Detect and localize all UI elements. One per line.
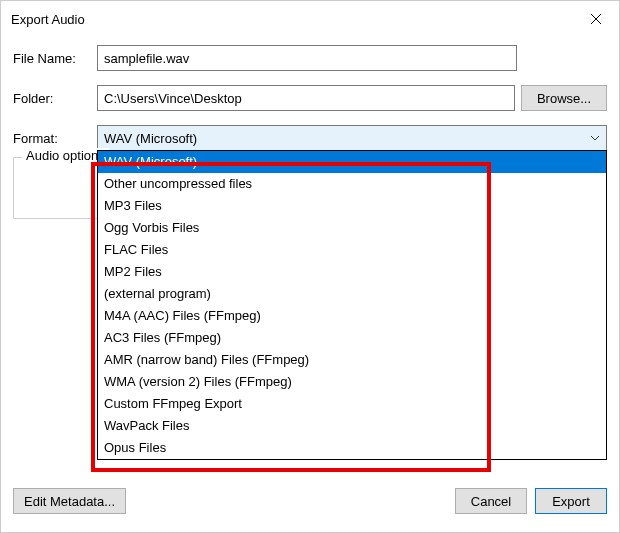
chevron-down-icon <box>590 133 600 143</box>
close-icon <box>590 13 602 25</box>
cancel-button[interactable]: Cancel <box>455 488 527 514</box>
filename-input[interactable] <box>97 45 517 71</box>
format-select-display[interactable]: WAV (Microsoft) <box>97 125 607 151</box>
format-dropdown[interactable]: WAV (Microsoft)Other uncompressed filesM… <box>97 150 607 460</box>
edit-metadata-button[interactable]: Edit Metadata... <box>13 488 126 514</box>
folder-input[interactable] <box>97 85 515 111</box>
format-option[interactable]: Other uncompressed files <box>98 173 606 195</box>
format-option[interactable]: Opus Files <box>98 437 606 459</box>
close-button[interactable] <box>573 1 619 37</box>
format-option[interactable]: (external program) <box>98 283 606 305</box>
format-selected-text: WAV (Microsoft) <box>104 131 197 146</box>
format-option[interactable]: Ogg Vorbis Files <box>98 217 606 239</box>
format-option[interactable]: MP3 Files <box>98 195 606 217</box>
format-option[interactable]: FLAC Files <box>98 239 606 261</box>
filename-label: File Name: <box>13 51 91 66</box>
format-option[interactable]: M4A (AAC) Files (FFmpeg) <box>98 305 606 327</box>
format-option[interactable]: AC3 Files (FFmpeg) <box>98 327 606 349</box>
format-label: Format: <box>13 131 91 146</box>
format-select[interactable]: WAV (Microsoft) WAV (Microsoft)Other unc… <box>97 125 607 151</box>
audio-options-legend: Audio options <box>22 148 109 163</box>
format-option[interactable]: MP2 Files <box>98 261 606 283</box>
folder-label: Folder: <box>13 91 91 106</box>
export-button[interactable]: Export <box>535 488 607 514</box>
titlebar: Export Audio <box>1 1 619 37</box>
browse-button[interactable]: Browse... <box>521 85 607 111</box>
format-option[interactable]: WAV (Microsoft) <box>98 151 606 173</box>
format-option[interactable]: Custom FFmpeg Export <box>98 393 606 415</box>
window-title: Export Audio <box>11 12 573 27</box>
format-option[interactable]: AMR (narrow band) Files (FFmpeg) <box>98 349 606 371</box>
format-option[interactable]: WMA (version 2) Files (FFmpeg) <box>98 371 606 393</box>
format-option[interactable]: WavPack Files <box>98 415 606 437</box>
